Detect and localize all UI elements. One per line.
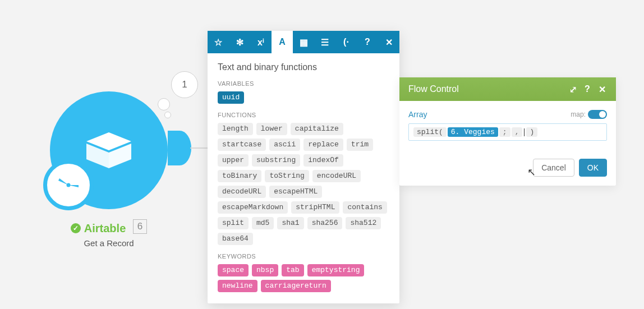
flow-panel-footer: Cancel OK bbox=[399, 150, 616, 186]
pill-sha1[interactable]: sha1 bbox=[277, 217, 303, 229]
pill-escapehtml[interactable]: escapeHTML bbox=[269, 186, 322, 198]
tab-star[interactable]: ☆ bbox=[208, 31, 229, 53]
module-id-badge: 6 bbox=[133, 219, 147, 234]
pill-decodeurl[interactable]: decodeURL bbox=[218, 186, 266, 198]
caret-icon bbox=[524, 128, 525, 136]
svg-point-1 bbox=[67, 183, 71, 187]
functions-panel: ☆ ✻ xⁱ A ▦ ☰ (· ? ✕ Text and binary func… bbox=[208, 31, 399, 303]
pill-substring[interactable]: substring bbox=[252, 154, 300, 167]
variables-section-label: VARIABLES bbox=[218, 80, 389, 87]
flow-panel-title: Flow Control bbox=[408, 84, 565, 94]
flow-panel-body: Array map: split( 6. Veggies ; , ) bbox=[399, 101, 616, 150]
pill-capitalize[interactable]: capitalize bbox=[291, 123, 343, 135]
expr-sep1: ; bbox=[499, 127, 510, 137]
pill-trim[interactable]: trim bbox=[347, 139, 373, 151]
pill-startcase[interactable]: startcase bbox=[218, 139, 266, 151]
keywords-section-label: KEYWORDS bbox=[218, 253, 389, 260]
output-connector[interactable] bbox=[168, 131, 191, 165]
pill-upper[interactable]: upper bbox=[218, 154, 249, 167]
pill-newline[interactable]: newline bbox=[218, 280, 257, 292]
clock-icon bbox=[43, 160, 94, 210]
functions-panel-body: Text and binary functions VARIABLES uuid… bbox=[208, 53, 399, 303]
pill-carriagereturn[interactable]: carriagereturn bbox=[261, 280, 331, 292]
pill-nbsp[interactable]: nbsp bbox=[252, 264, 278, 276]
pill-split[interactable]: split bbox=[218, 217, 249, 229]
module-circle[interactable]: 1 bbox=[50, 91, 168, 209]
pill-base64[interactable]: base64 bbox=[218, 233, 253, 245]
bundle-count: 1 bbox=[182, 79, 187, 90]
check-icon: ✓ bbox=[71, 223, 81, 233]
tab-math[interactable]: xⁱ bbox=[250, 31, 272, 53]
map-toggle-label: map: bbox=[571, 110, 586, 118]
pill-contains[interactable]: contains bbox=[343, 201, 387, 214]
tab-array[interactable]: ☰ bbox=[314, 31, 335, 53]
pill-md5[interactable]: md5 bbox=[252, 217, 274, 229]
expr-sep2: , bbox=[512, 127, 523, 137]
pill-replace[interactable]: replace bbox=[303, 139, 343, 151]
tab-close[interactable]: ✕ bbox=[378, 31, 399, 53]
pill-sha256[interactable]: sha256 bbox=[307, 217, 343, 229]
ok-button[interactable]: OK bbox=[579, 159, 607, 177]
help-icon[interactable]: ? bbox=[580, 84, 595, 94]
pill-tab[interactable]: tab bbox=[282, 264, 303, 276]
flow-control-panel: Flow Control ⤢ ? ✕ Array map: split( 6. … bbox=[399, 77, 616, 186]
module-app-name: Airtable bbox=[84, 222, 126, 235]
expr-close: ) bbox=[526, 127, 537, 137]
close-icon[interactable]: ✕ bbox=[595, 84, 609, 95]
pill-striphtml[interactable]: stripHTML bbox=[291, 201, 339, 214]
bundle-count-bubble[interactable]: 1 bbox=[171, 71, 198, 98]
pill-emptystring[interactable]: emptystring bbox=[307, 264, 365, 276]
expand-icon[interactable]: ⤢ bbox=[565, 84, 580, 95]
airtable-module-node[interactable]: 1 ✓ Airtable 6 Get a Record bbox=[42, 91, 176, 248]
array-field-row: Array map: bbox=[408, 110, 607, 119]
pill-indexof[interactable]: indexOf bbox=[303, 154, 343, 167]
array-field-label: Array bbox=[408, 110, 571, 119]
module-label: ✓ Airtable bbox=[71, 222, 126, 235]
functions-panel-title: Text and binary functions bbox=[218, 62, 389, 72]
pill-lower[interactable]: lower bbox=[256, 123, 287, 135]
functions-list: lengthlowercapitalizestartcaseasciirepla… bbox=[218, 123, 389, 245]
pill-tostring[interactable]: toString bbox=[265, 170, 309, 182]
tab-gear[interactable]: ✻ bbox=[229, 31, 250, 53]
expr-arg: 6. Veggies bbox=[448, 127, 498, 137]
tab-misc[interactable]: (· bbox=[335, 31, 357, 53]
pill-escapemarkdown[interactable]: escapeMarkdown bbox=[218, 201, 288, 214]
keywords-list: spacenbsptabemptystringnewlinecarriagere… bbox=[218, 264, 389, 292]
map-toggle[interactable] bbox=[588, 110, 607, 119]
array-expression-input[interactable]: split( 6. Veggies ; , ) bbox=[408, 123, 607, 141]
tab-text[interactable]: A bbox=[272, 31, 293, 53]
expr-fn-open: split( bbox=[413, 127, 447, 137]
cancel-button[interactable]: Cancel bbox=[533, 159, 574, 177]
pill-tobinary[interactable]: toBinary bbox=[218, 170, 261, 182]
pill-sha512[interactable]: sha512 bbox=[346, 217, 381, 229]
pill-length[interactable]: length bbox=[218, 123, 253, 135]
functions-section-label: FUNCTIONS bbox=[218, 112, 389, 118]
pill-uuid[interactable]: uuid bbox=[218, 91, 244, 104]
functions-panel-tabs: ☆ ✻ xⁱ A ▦ ☰ (· ? ✕ bbox=[208, 31, 399, 53]
tab-help[interactable]: ? bbox=[357, 31, 378, 53]
pill-ascii[interactable]: ascii bbox=[269, 139, 300, 151]
variables-list: uuid bbox=[218, 91, 389, 104]
tab-date[interactable]: ▦ bbox=[293, 31, 314, 53]
pill-encodeurl[interactable]: encodeURL bbox=[312, 170, 361, 182]
box-icon bbox=[81, 128, 137, 173]
bubble-mid bbox=[158, 98, 170, 110]
pill-space[interactable]: space bbox=[218, 264, 249, 276]
flow-panel-header: Flow Control ⤢ ? ✕ bbox=[399, 77, 616, 101]
module-action-name: Get a Record bbox=[42, 238, 176, 248]
bubble-sm bbox=[164, 112, 171, 118]
